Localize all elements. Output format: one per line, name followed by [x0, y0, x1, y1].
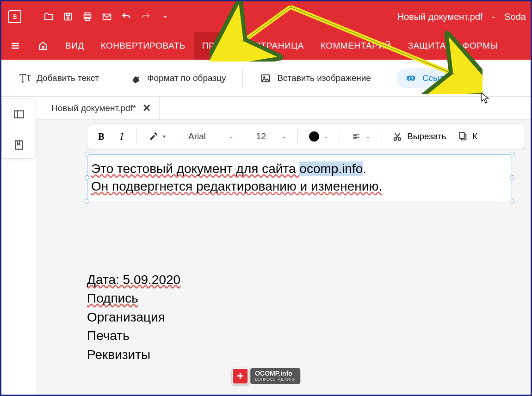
link-button[interactable]: Ссылка — [396, 68, 462, 88]
svg-rect-15 — [459, 133, 464, 139]
italic-button[interactable]: I — [113, 128, 130, 145]
document-text-line[interactable]: Реквизиты — [87, 346, 512, 365]
chevron-down-icon: ⌄ — [282, 133, 286, 140]
separator — [242, 69, 243, 87]
separator — [388, 69, 388, 87]
watermark: + OCOMP.info ВОПРОСЫ АДМИНУ — [232, 368, 300, 384]
close-tab-icon[interactable]: ✕ — [142, 102, 151, 114]
copy-label-prefix: К — [472, 131, 477, 142]
edit-toolbar: Добавить текст Формат по образцу Вставит… — [1, 60, 531, 97]
insert-image-label: Вставить изображение — [277, 73, 371, 83]
document-tab[interactable]: Новый документ.pdf* ✕ — [43, 97, 160, 120]
panels-icon[interactable] — [13, 108, 25, 122]
menu-page[interactable]: СТРАНИЦА — [246, 32, 312, 60]
separator — [297, 129, 298, 144]
chevron-down-icon: ⌄ — [229, 133, 234, 140]
add-text-button[interactable]: Добавить текст — [11, 68, 107, 88]
document-text-line[interactable]: Печать — [87, 327, 512, 346]
more-dropdown-icon[interactable] — [158, 10, 172, 24]
link-label: Ссылка — [422, 73, 453, 83]
svg-rect-1 — [66, 13, 69, 16]
font-name: Arial — [188, 131, 206, 142]
menu-convert[interactable]: КОНВЕРТИРОВАТЬ — [93, 32, 194, 60]
document-text-block[interactable]: Дата: 5.09.2020 Подпись Организация Печа… — [87, 271, 512, 365]
menu-comment[interactable]: КОММЕНТАРИЙ — [312, 32, 400, 60]
document-area: Новый документ.pdf* ✕ B I ▾ Arial ⌄ 12 — [36, 97, 531, 395]
document-text-line[interactable]: Организация — [87, 308, 512, 327]
insert-image-button[interactable]: Вставить изображение — [251, 68, 379, 88]
highlighted-text: ocomp.info — [299, 161, 363, 176]
selection-handle[interactable] — [85, 199, 89, 204]
selection-handle[interactable] — [510, 152, 514, 156]
print-icon[interactable] — [80, 10, 94, 24]
font-selector[interactable]: Arial ⌄ — [184, 131, 238, 142]
watermark-icon: + — [232, 368, 248, 384]
separator — [470, 69, 470, 87]
color-swatch — [309, 131, 319, 142]
separator — [382, 129, 382, 144]
svg-point-8 — [264, 76, 265, 78]
quick-access-toolbar: S Новый документ.pdf - Soda — [1, 1, 531, 32]
watermark-text: OCOMP.info ВОПРОСЫ АДМИНУ — [250, 368, 300, 384]
menu-protect[interactable]: ЗАЩИТА — [400, 32, 454, 60]
document-text-line[interactable]: Он подвергнется редактированию и изменен… — [91, 178, 508, 195]
bookmarks-icon[interactable] — [13, 139, 25, 153]
cut-button[interactable]: Вырезать — [389, 131, 450, 142]
document-title: Новый документ.pdf — [397, 12, 483, 22]
menu-forms[interactable]: ФОРМЫ — [454, 32, 507, 60]
open-icon[interactable] — [42, 10, 56, 24]
font-size: 12 — [256, 131, 266, 142]
selection-handle[interactable] — [510, 199, 514, 204]
separator — [136, 129, 137, 144]
font-size-selector[interactable]: 12 ⌄ — [252, 131, 291, 142]
text-selection-box[interactable]: Это тестовый документ для сайта ocomp.in… — [87, 154, 512, 201]
home-icon[interactable] — [29, 32, 57, 60]
chevron-down-icon: ⌄ — [366, 133, 371, 140]
side-panel — [1, 99, 36, 159]
separator — [340, 129, 340, 144]
add-text-label: Добавить текст — [37, 73, 99, 83]
main-menu: ВИД КОНВЕРТИРОВАТЬ ПРАВКА СТРАНИЦА КОММЕ… — [1, 32, 531, 60]
chevron-down-icon: ⌄ — [324, 133, 328, 140]
document-tabs: Новый документ.pdf* ✕ — [1, 97, 531, 120]
content-area: Новый документ.pdf* ✕ B I ▾ Arial ⌄ 12 — [1, 97, 531, 395]
format-painter-button[interactable]: Формат по образцу — [121, 68, 234, 88]
mail-icon[interactable] — [100, 10, 114, 24]
format-painter-label: Формат по образцу — [147, 73, 226, 83]
app-brand: Soda — [504, 12, 526, 22]
document-text-line[interactable]: Дата: 5.09.2020 — [87, 271, 180, 290]
separator — [245, 129, 245, 144]
hamburger-icon[interactable] — [1, 32, 29, 60]
format-toolbar: B I ▾ Arial ⌄ 12 ⌄ ⌄ — [87, 124, 525, 149]
redo-icon[interactable] — [139, 10, 153, 24]
highlight-button[interactable]: ▾ — [143, 131, 170, 142]
save-icon[interactable] — [61, 10, 75, 24]
undo-icon[interactable] — [119, 10, 133, 24]
svg-point-2 — [67, 17, 69, 19]
menu-view[interactable]: ВИД — [57, 32, 93, 60]
align-button[interactable]: ⌄ — [346, 132, 375, 141]
separator — [177, 129, 177, 144]
selection-handle[interactable] — [510, 175, 514, 180]
cut-label: Вырезать — [407, 131, 446, 142]
selection-handle[interactable] — [85, 152, 89, 156]
color-picker[interactable]: ⌄ — [304, 131, 333, 142]
menu-edit[interactable]: ПРАВКА — [194, 32, 246, 60]
chevron-down-icon: ▾ — [163, 133, 166, 140]
svg-rect-11 — [14, 111, 24, 118]
app-logo: S — [8, 10, 21, 23]
document-text-line[interactable]: Подпись — [87, 289, 138, 308]
selection-handle[interactable] — [85, 175, 89, 180]
tab-label: Новый документ.pdf* — [51, 103, 136, 113]
window-title: Новый документ.pdf - Soda — [397, 1, 526, 32]
document-text-line[interactable]: Это тестовый документ для сайта ocomp.in… — [91, 160, 508, 178]
page-canvas[interactable]: Это тестовый документ для сайта ocomp.in… — [36, 149, 531, 395]
bold-button[interactable]: B — [93, 128, 110, 145]
copy-button[interactable]: К — [454, 131, 481, 142]
